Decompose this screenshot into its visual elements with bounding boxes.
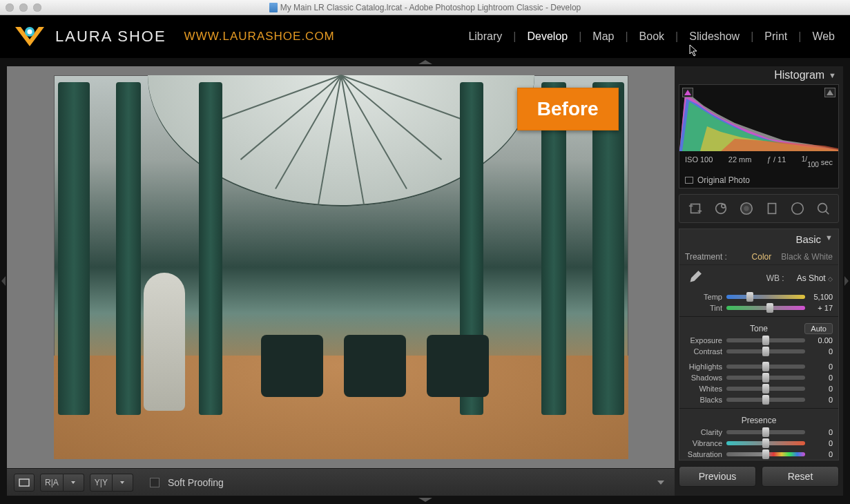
temp-slider[interactable]: Temp5,100: [679, 291, 838, 302]
whites-slider[interactable]: Whites0: [679, 383, 838, 394]
nav-book[interactable]: Book: [637, 30, 667, 43]
presence-subhead: Presence: [679, 411, 838, 427]
svg-line-13: [825, 211, 829, 215]
nav-develop[interactable]: Develop: [524, 30, 570, 43]
toolbar-more-dropdown[interactable]: [654, 476, 668, 490]
histogram-graph[interactable]: [679, 85, 838, 151]
photo: Before: [54, 75, 628, 459]
svg-point-9: [744, 206, 748, 211]
nav-map[interactable]: Map: [590, 30, 617, 43]
svg-rect-2: [19, 479, 29, 486]
exif-focal: 22 mm: [728, 155, 752, 168]
exif-aperture: ƒ / 11: [767, 155, 786, 168]
exposure-slider[interactable]: Exposure0.00: [679, 335, 838, 346]
eyedropper-icon[interactable]: [685, 269, 703, 287]
wb-row: WB : As Shot ◇: [679, 265, 838, 291]
loupe-view-button[interactable]: [14, 474, 35, 492]
radial-filter-tool[interactable]: [788, 199, 807, 218]
identity-plate: LAURA SHOE WWW.LAURASHOE.COM: [12, 23, 335, 50]
clarity-slider[interactable]: Clarity0: [679, 427, 838, 438]
window-title-text: My Main LR Classic Catalog.lrcat - Adobe…: [280, 3, 581, 12]
svg-rect-10: [768, 204, 775, 214]
svg-point-11: [791, 203, 803, 215]
highlights-slider[interactable]: Highlights0: [679, 361, 838, 372]
nav-print[interactable]: Print: [762, 30, 790, 43]
before-after-yy-group: Y|Y: [90, 474, 133, 492]
vibrance-slider[interactable]: Vibrance0: [679, 438, 838, 449]
chevron-down-icon: ▼: [829, 71, 836, 79]
basic-panel: Basic▼ Treatment : Color Black & White W…: [679, 229, 839, 461]
contrast-slider[interactable]: Contrast0: [679, 346, 838, 357]
previous-reset-row: Previous Reset: [675, 461, 843, 492]
basic-title: Basic: [795, 233, 821, 245]
top-panel-handle[interactable]: [0, 58, 850, 66]
filmstrip-handle[interactable]: [0, 496, 850, 504]
svg-point-1: [28, 30, 32, 35]
tone-subhead: ToneAuto: [679, 320, 838, 335]
nav-library[interactable]: Library: [465, 30, 505, 43]
tint-slider[interactable]: Tint+ 17: [679, 302, 838, 313]
develop-toolbar: R|A Y|Y Soft Proofing: [7, 468, 675, 496]
app-window: My Main LR Classic Catalog.lrcat - Adobe…: [0, 0, 850, 504]
scene-statue: [144, 273, 185, 411]
local-tools-row: [679, 194, 839, 223]
wb-label: WB :: [766, 273, 784, 283]
auto-tone-button[interactable]: Auto: [804, 323, 833, 334]
logo-url: WWW.LAURASHOE.COM: [184, 30, 335, 43]
wb-dropdown[interactable]: As Shot ◇: [797, 273, 833, 283]
treatment-row: Treatment : Color Black & White: [679, 249, 838, 265]
shadow-clip-indicator[interactable]: [682, 88, 693, 97]
original-photo-checkbox-icon: [685, 177, 693, 184]
exif-iso: ISO 100: [685, 155, 713, 168]
before-after-ra-group: R|A: [40, 474, 84, 492]
highlight-clip-indicator[interactable]: [824, 88, 835, 97]
image-canvas[interactable]: Before: [7, 66, 675, 468]
treatment-label: Treatment :: [685, 252, 727, 262]
original-photo-row[interactable]: Original Photo: [679, 173, 838, 188]
svg-rect-3: [690, 204, 699, 213]
before-overlay: Before: [517, 88, 619, 130]
mac-titlebar: My Main LR Classic Catalog.lrcat - Adobe…: [0, 0, 850, 15]
treatment-color[interactable]: Color: [752, 252, 772, 262]
before-after-yy-button[interactable]: Y|Y: [90, 474, 113, 492]
logo-text: LAURA SHOE: [55, 28, 166, 46]
main-area: Before R|A Y|Y Soft Proofing: [7, 66, 675, 496]
app-header: LAURA SHOE WWW.LAURASHOE.COM Library| De…: [0, 15, 850, 58]
document-icon: [269, 3, 278, 12]
module-picker: Library| Develop| Map| Book| Slideshow| …: [465, 30, 838, 43]
before-after-yy-dropdown[interactable]: [113, 474, 133, 492]
blacks-slider[interactable]: Blacks0: [679, 394, 838, 405]
nav-slideshow[interactable]: Slideshow: [686, 30, 742, 43]
histogram-title: Histogram: [774, 69, 824, 81]
before-after-ra-dropdown[interactable]: [64, 474, 84, 492]
soft-proofing-label: Soft Proofing: [168, 477, 224, 488]
exif-shutter: 1/100 sec: [802, 155, 833, 168]
adjustment-brush-tool[interactable]: [813, 199, 833, 218]
left-panel-handle[interactable]: [0, 66, 7, 496]
graduated-filter-tool[interactable]: [762, 199, 782, 218]
previous-button[interactable]: Previous: [679, 466, 756, 487]
saturation-slider[interactable]: Saturation0: [679, 449, 838, 460]
before-after-ra-button[interactable]: R|A: [40, 474, 64, 492]
treatment-bw[interactable]: Black & White: [781, 252, 833, 262]
redeye-tool[interactable]: [737, 199, 756, 218]
right-panel-handle[interactable]: [843, 66, 850, 496]
treatment-segment: Color Black & White: [752, 252, 833, 262]
histogram-header[interactable]: Histogram▼: [675, 66, 843, 84]
right-panel: Histogram▼ ISO 100: [675, 66, 843, 496]
logo-icon: [12, 23, 47, 50]
spot-removal-tool[interactable]: [711, 199, 731, 218]
histogram-exif: ISO 100 22 mm ƒ / 11 1/100 sec: [679, 151, 838, 173]
original-photo-label: Original Photo: [697, 175, 750, 185]
window-title: My Main LR Classic Catalog.lrcat - Adobe…: [0, 3, 850, 12]
basic-header[interactable]: Basic▼: [679, 229, 838, 249]
app-body: Before R|A Y|Y Soft Proofing: [0, 66, 850, 496]
chevron-down-icon: ▼: [825, 233, 833, 245]
crop-tool[interactable]: [686, 199, 705, 218]
reset-button[interactable]: Reset: [762, 466, 839, 487]
svg-point-12: [818, 204, 827, 213]
soft-proofing-checkbox[interactable]: [150, 478, 160, 487]
image-frame: Before: [11, 70, 670, 464]
nav-web[interactable]: Web: [809, 30, 838, 43]
shadows-slider[interactable]: Shadows0: [679, 372, 838, 383]
